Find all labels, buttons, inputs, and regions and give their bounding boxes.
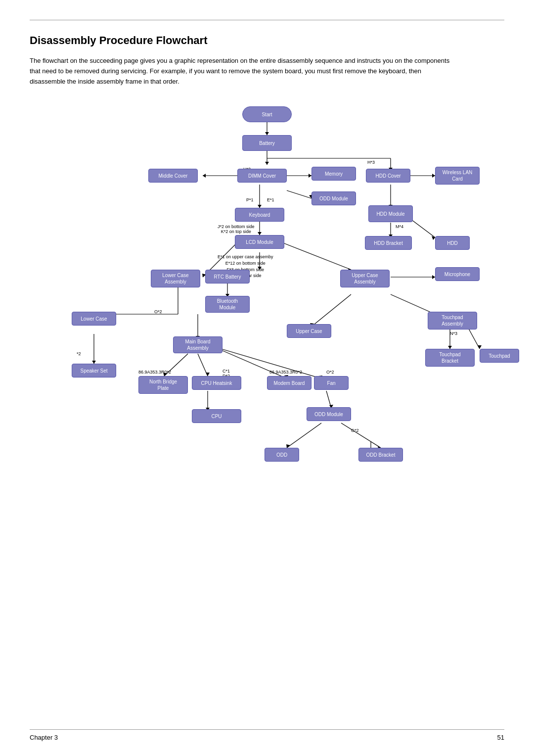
svg-line-66 [341,423,381,448]
node-hdd-module: HDD Module [368,205,413,222]
node-modem-board: Modem Board [267,376,312,390]
svg-line-13 [287,190,312,198]
node-cpu-heatsink: CPU Heatsink [192,376,241,390]
svg-line-60 [282,242,351,270]
node-odd-module-bottom: ODD Module [307,407,351,421]
node-fan: Fan [314,376,349,390]
label-o2-left: O*2 [154,309,162,314]
svg-line-52 [391,294,435,314]
node-start: Start [242,106,292,122]
node-hdd-cover: HDD Cover [366,169,410,183]
page-title: Disassembly Procedure Flowchart [30,34,504,47]
intro-text: The flowchart on the succeeding page giv… [30,56,455,87]
svg-marker-65 [286,444,290,448]
node-dimm-cover: DIMM Cover [237,169,287,183]
node-middle-cover: Middle Cover [148,169,198,183]
node-keyboard: Keyboard [235,208,284,222]
node-rtc-battery: RTC Battery [205,270,250,284]
node-touchpad-bracket: Touchpad Bracket [425,349,475,367]
top-rule [30,20,504,20]
label-86-2: 86.9A353.3R0*2 [269,370,302,375]
svg-line-62 [326,391,331,408]
svg-line-50 [312,294,351,327]
node-odd-module-top: ODD Module [312,191,356,205]
node-speaker-set: Speaker Set [72,364,116,378]
svg-marker-3 [265,162,269,165]
node-cpu: CPU [192,409,241,423]
node-lower-case: Lower Case [72,312,116,326]
node-touchpad-assembly: Touchpad Assembly [428,312,477,330]
svg-marker-57 [478,345,482,349]
page: Disassembly Procedure Flowchart The flow… [0,0,534,756]
label-g2: G*2 [351,428,359,433]
node-lcd-module: LCD Module [235,235,284,249]
footer-page-number: 51 [497,734,504,741]
label-o2-right: O*2 [326,370,334,375]
node-hdd: HDD [435,236,470,250]
node-battery: Battery [242,135,292,151]
label-86-1: 86.9A353.3R0*2 [138,370,171,375]
svg-marker-5 [203,174,206,178]
node-bluetooth: Bluetooth Module [205,296,250,313]
label-e1: E*1 [267,197,274,202]
node-upper-case-assembly: Upper Case Assembly [340,270,390,287]
node-odd-bracket: ODD Bracket [358,448,403,462]
label-p1: P*1 [246,197,254,202]
node-touchpad: Touchpad [480,349,519,363]
node-wireless-lan: Wireless LAN Card [435,167,480,185]
node-north-bridge-plate: North Bridge Plate [138,376,188,394]
svg-marker-26 [432,236,435,240]
node-odd: ODD [265,448,299,462]
footer-chapter: Chapter 3 [30,734,58,741]
label-n3: N*3 [450,331,457,336]
footer: Chapter 3 51 [30,729,504,741]
svg-marker-37 [206,373,210,376]
node-memory: Memory [312,167,356,181]
label-star2: *2 [77,351,81,356]
node-microphone: Microphone [435,267,480,281]
node-upper-case: Upper Case [287,324,331,338]
node-lower-case-assembly: Lower Case Assembly [151,270,200,287]
svg-line-64 [287,423,321,448]
node-main-board-assembly: Main Board Assembly [173,336,222,353]
label-m4: M*4 [396,224,403,229]
label-h3: H*3 [367,160,375,165]
svg-line-36 [198,354,208,376]
label-j2k2: J*2 on bottom side K*2 on top side [218,224,255,234]
flowchart: Start Battery H*2 H*3 Memory Middle Cove… [44,101,490,646]
node-hdd-bracket: HDD Bracket [365,236,412,250]
